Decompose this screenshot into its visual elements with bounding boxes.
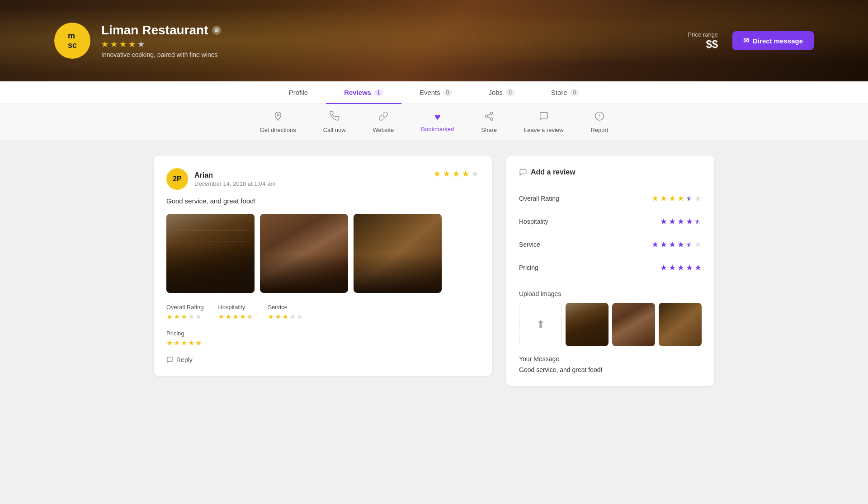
add-review-icon xyxy=(519,168,527,176)
action-website-label: Website xyxy=(373,127,394,133)
os1: ★ xyxy=(166,312,173,321)
ss4: ★ xyxy=(289,312,296,321)
upload-icon: ⬆ xyxy=(536,318,545,331)
tab-jobs-badge: 0 xyxy=(505,89,515,96)
fss3[interactable]: ★ xyxy=(669,240,676,250)
panel-title-text: Add a review xyxy=(531,168,576,176)
hero-content: msc Liman Restaurant ⊘ ★ ★ ★ ★ ★ Innovat… xyxy=(54,23,221,59)
form-hospitality-stars[interactable]: ★ ★ ★ ★ ★★ xyxy=(660,217,702,226)
direct-message-label: Direct message xyxy=(753,37,803,45)
svg-point-0 xyxy=(277,114,279,116)
review-images xyxy=(166,214,479,293)
fhs5[interactable]: ★★ xyxy=(694,217,702,226)
review-rating-stars: ★ ★ ★ ★ ★ xyxy=(433,168,479,179)
fss4[interactable]: ★ xyxy=(677,240,684,250)
message-section: Your Message Good service, and great foo… xyxy=(519,355,702,373)
uploaded-image-3[interactable] xyxy=(659,303,702,346)
uploaded-image-1[interactable] xyxy=(566,303,609,346)
direct-message-button[interactable]: ✉ Direct message xyxy=(732,31,814,50)
form-service-stars[interactable]: ★ ★ ★ ★ ★★ ★ xyxy=(651,240,702,250)
fos3[interactable]: ★ xyxy=(669,193,676,203)
action-call-now[interactable]: Call now xyxy=(323,111,346,133)
action-bookmarked[interactable]: ♥ Bookmarked xyxy=(421,111,454,133)
rstar-3: ★ xyxy=(452,168,460,179)
hospitality-stars: ★ ★ ★ ★ ★ ★ xyxy=(218,312,253,321)
ss3: ★ xyxy=(282,312,288,321)
rating-overall: Overall Rating ★ ★ ★ ★ ★ xyxy=(166,304,203,321)
reviewer-details: Arian December 14, 2018 at 1:04 am xyxy=(194,171,275,187)
fss2[interactable]: ★ xyxy=(660,240,667,250)
fos1[interactable]: ★ xyxy=(651,193,659,203)
uploaded-image-2[interactable] xyxy=(612,303,655,346)
price-range: Price range $$ xyxy=(688,31,718,51)
reviewer-avatar: 2P xyxy=(166,168,188,190)
action-share[interactable]: Share xyxy=(481,111,497,133)
tab-jobs-label: Jobs xyxy=(488,89,503,96)
action-website[interactable]: Website xyxy=(373,111,394,133)
overall-stars: ★ ★ ★ ★ ★ xyxy=(166,312,203,321)
fps3[interactable]: ★ xyxy=(677,263,684,273)
message-text[interactable]: Good service, and great food! xyxy=(519,366,702,373)
message-icon: ✉ xyxy=(743,37,749,45)
ss1: ★ xyxy=(268,312,274,321)
fhs2[interactable]: ★ xyxy=(669,217,676,226)
star-4: ★ xyxy=(128,39,136,49)
fhs1[interactable]: ★ xyxy=(660,217,667,226)
hero-right: Price range $$ ✉ Direct message xyxy=(688,31,814,51)
action-leave-review[interactable]: Leave a review xyxy=(524,111,563,133)
verified-icon: ⊘ xyxy=(212,26,221,35)
fss6[interactable]: ★ xyxy=(694,240,702,250)
fos2[interactable]: ★ xyxy=(660,193,667,203)
action-report-label: Report xyxy=(590,127,608,133)
fps1[interactable]: ★ xyxy=(660,263,667,273)
action-report[interactable]: Report xyxy=(590,111,608,133)
fps5[interactable]: ★ xyxy=(694,263,702,273)
tab-events-badge: 0 xyxy=(443,89,453,96)
hero-stars: ★ ★ ★ ★ ★ xyxy=(101,39,221,49)
restaurant-name: Liman Restaurant ⊘ xyxy=(101,23,221,38)
tab-store[interactable]: Store 0 xyxy=(533,81,598,104)
tab-reviews[interactable]: Reviews 1 xyxy=(326,81,401,104)
form-pricing-stars[interactable]: ★ ★ ★ ★ ★ xyxy=(660,263,702,273)
restaurant-logo: msc xyxy=(54,23,90,59)
review-form-panel: Add a review Overall Rating ★ ★ ★ ★ ★★ ★… xyxy=(506,155,714,386)
ps1: ★ xyxy=(166,339,173,347)
fhs4[interactable]: ★ xyxy=(686,217,693,226)
tab-profile[interactable]: Profile xyxy=(271,81,326,104)
star-2: ★ xyxy=(110,39,118,49)
action-get-directions[interactable]: Get directions xyxy=(260,111,296,133)
fss1[interactable]: ★ xyxy=(651,240,659,250)
review-text: Good service, and great food! xyxy=(166,197,479,205)
fss5[interactable]: ★★ xyxy=(686,240,693,250)
rating-service-label: Service xyxy=(268,304,303,311)
fos5[interactable]: ★★ xyxy=(686,193,693,203)
form-overall-rating: Overall Rating ★ ★ ★ ★ ★★ ★ xyxy=(519,187,702,210)
action-directions-label: Get directions xyxy=(260,127,296,133)
form-overall-stars[interactable]: ★ ★ ★ ★ ★★ ★ xyxy=(651,193,702,203)
avatar-initials: 2P xyxy=(173,175,182,183)
rstar-5: ★ xyxy=(471,168,479,179)
fhs3[interactable]: ★ xyxy=(677,217,684,226)
review-image-3[interactable] xyxy=(354,214,442,293)
fos4[interactable]: ★ xyxy=(677,193,684,203)
tab-jobs[interactable]: Jobs 0 xyxy=(470,81,533,104)
ps5: ★ xyxy=(195,339,202,347)
ss5: ★ xyxy=(297,312,303,321)
review-image-1[interactable] xyxy=(166,214,255,293)
reply-button[interactable]: Reply xyxy=(166,356,193,363)
rstar-4: ★ xyxy=(462,168,470,179)
tab-events[interactable]: Events 0 xyxy=(401,81,471,104)
tab-store-label: Store xyxy=(551,89,567,96)
review-card: 2P Arian December 14, 2018 at 1:04 am ★ … xyxy=(154,155,492,376)
rating-pricing: Pricing ★ ★ ★ ★ ★ xyxy=(166,330,479,347)
form-service-label: Service xyxy=(519,241,540,248)
ps2: ★ xyxy=(174,339,180,347)
review-image-2[interactable] xyxy=(260,214,348,293)
fps2[interactable]: ★ xyxy=(669,263,676,273)
reply-icon xyxy=(166,356,174,363)
upload-button[interactable]: ⬆ xyxy=(519,303,562,346)
fps4[interactable]: ★ xyxy=(686,263,693,273)
fos6[interactable]: ★ xyxy=(694,193,702,203)
hs5: ★ ★ xyxy=(247,312,253,321)
reviewer-name: Arian xyxy=(194,171,275,179)
